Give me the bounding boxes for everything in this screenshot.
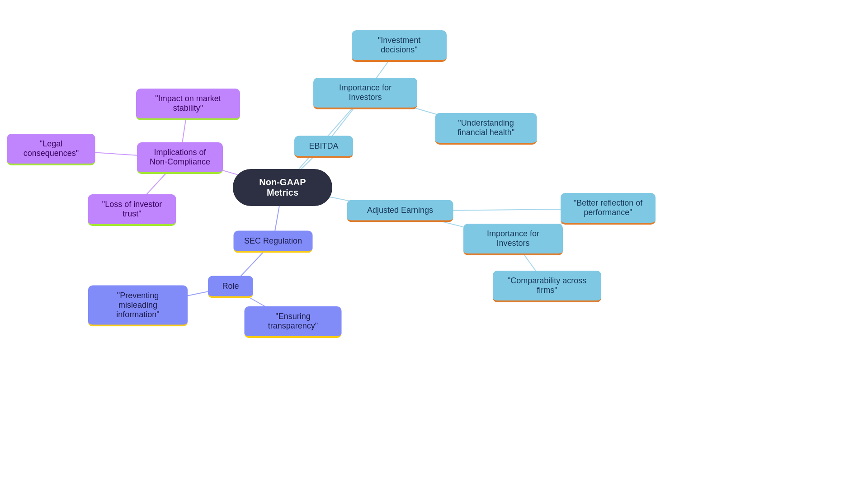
node-loss-trust: "Loss of investor trust"	[88, 194, 176, 226]
label-preventing-misleading: "Preventing misleading information"	[97, 291, 179, 319]
node-adjusted-earnings: Adjusted Earnings	[347, 200, 453, 222]
label-legal-consequences: "Legal consequences"	[16, 139, 86, 158]
label-implications: Implications of Non-Compliance	[146, 148, 214, 167]
label-investment-decisions: "Investment decisions"	[361, 36, 438, 55]
node-better-reflection: "Better reflection of performance"	[561, 193, 656, 225]
node-importance-investors-bottom: Importance for Investors	[463, 224, 563, 255]
center-node: Non-GAAP Metrics	[233, 169, 332, 206]
node-sec-regulation: SEC Regulation	[234, 231, 313, 253]
label-sec-regulation: SEC Regulation	[244, 236, 302, 246]
node-implications: Implications of Non-Compliance	[137, 142, 223, 174]
node-ensuring-transparency: "Ensuring transparency"	[245, 306, 342, 338]
label-impact-market: "Impact on market stability"	[145, 94, 231, 113]
label-role: Role	[222, 282, 239, 291]
node-role: Role	[208, 276, 253, 298]
label-ensuring-transparency: "Ensuring transparency"	[254, 312, 333, 331]
label-adjusted-earnings: Adjusted Earnings	[367, 206, 433, 215]
node-understanding-financial: "Understanding financial health"	[435, 113, 537, 145]
node-ebitda: EBITDA	[294, 136, 353, 158]
label-loss-trust: "Loss of investor trust"	[97, 200, 167, 219]
label-ebitda: EBITDA	[309, 141, 338, 151]
label-importance-investors-bottom: Importance for Investors	[472, 229, 554, 248]
label-importance-investors-top: Importance for Investors	[322, 83, 408, 102]
label-comparability: "Comparability across firms"	[502, 276, 592, 295]
center-label: Non-GAAP Metrics	[249, 177, 316, 198]
node-comparability: "Comparability across firms"	[493, 271, 601, 302]
node-investment-decisions: "Investment decisions"	[352, 30, 447, 62]
label-understanding-financial: "Understanding financial health"	[444, 118, 528, 137]
node-impact-market: "Impact on market stability"	[136, 89, 240, 120]
label-better-reflection: "Better reflection of performance"	[570, 198, 646, 217]
node-importance-investors-top: Importance for Investors	[313, 78, 417, 109]
node-preventing-misleading: "Preventing misleading information"	[88, 286, 188, 327]
node-legal-consequences: "Legal consequences"	[7, 134, 95, 165]
